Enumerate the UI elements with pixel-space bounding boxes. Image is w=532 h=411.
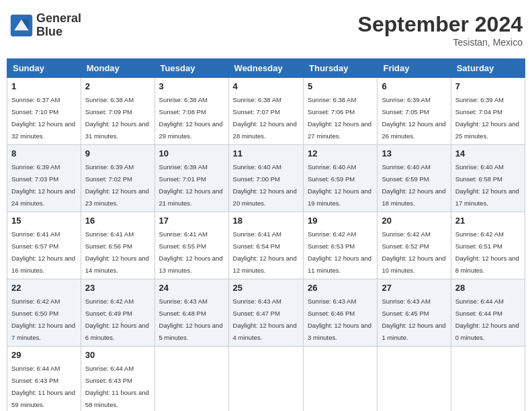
day-info: Sunrise: 6:42 AMSunset: 6:53 PMDaylight:…	[308, 230, 371, 274]
day-info: Sunrise: 6:39 AMSunset: 7:04 PMDaylight:…	[455, 96, 519, 140]
day-number: 5	[308, 81, 373, 91]
day-info: Sunrise: 6:38 AMSunset: 7:08 PMDaylight:…	[159, 96, 223, 140]
calendar-cell: 17 Sunrise: 6:41 AMSunset: 6:55 PMDaylig…	[154, 212, 228, 279]
calendar-table: SundayMondayTuesdayWednesdayThursdayFrid…	[7, 58, 525, 411]
calendar-cell	[154, 347, 228, 412]
day-info: Sunrise: 6:41 AMSunset: 6:55 PMDaylight:…	[159, 230, 223, 274]
calendar-cell: 25 Sunrise: 6:43 AMSunset: 6:47 PMDaylig…	[228, 279, 303, 347]
day-number: 6	[382, 81, 446, 91]
day-info: Sunrise: 6:38 AMSunset: 7:06 PMDaylight:…	[308, 96, 371, 140]
day-info: Sunrise: 6:44 AMSunset: 6:43 PMDaylight:…	[11, 365, 75, 408]
weekday-header: Sunday	[7, 59, 81, 78]
day-number: 7	[455, 81, 521, 91]
day-number: 12	[308, 148, 373, 158]
day-number: 26	[308, 283, 373, 293]
calendar-cell: 7 Sunrise: 6:39 AMSunset: 7:04 PMDayligh…	[451, 78, 525, 145]
day-info: Sunrise: 6:39 AMSunset: 7:05 PMDaylight:…	[382, 96, 445, 140]
day-number: 4	[233, 81, 299, 91]
calendar-cell: 21 Sunrise: 6:42 AMSunset: 6:51 PMDaylig…	[451, 212, 525, 279]
calendar-cell: 27 Sunrise: 6:43 AMSunset: 6:45 PMDaylig…	[378, 279, 451, 347]
day-info: Sunrise: 6:41 AMSunset: 6:56 PMDaylight:…	[85, 230, 149, 274]
day-number: 10	[159, 148, 224, 158]
day-info: Sunrise: 6:38 AMSunset: 7:09 PMDaylight:…	[85, 96, 149, 140]
day-number: 8	[11, 148, 77, 158]
day-info: Sunrise: 6:44 AMSunset: 6:44 PMDaylight:…	[455, 298, 519, 341]
day-info: Sunrise: 6:38 AMSunset: 7:07 PMDaylight:…	[233, 96, 297, 140]
logo-text: General Blue	[36, 12, 81, 39]
calendar-cell: 19 Sunrise: 6:42 AMSunset: 6:53 PMDaylig…	[304, 212, 378, 279]
day-info: Sunrise: 6:41 AMSunset: 6:54 PMDaylight:…	[233, 230, 297, 274]
calendar-cell	[228, 347, 303, 412]
calendar-week-row: 1 Sunrise: 6:37 AMSunset: 7:10 PMDayligh…	[7, 78, 525, 145]
calendar-cell: 8 Sunrise: 6:39 AMSunset: 7:03 PMDayligh…	[7, 145, 81, 212]
weekday-header: Friday	[378, 59, 451, 78]
calendar-cell: 24 Sunrise: 6:43 AMSunset: 6:48 PMDaylig…	[154, 279, 228, 347]
day-info: Sunrise: 6:42 AMSunset: 6:52 PMDaylight:…	[382, 230, 445, 274]
calendar-cell: 6 Sunrise: 6:39 AMSunset: 7:05 PMDayligh…	[378, 78, 451, 145]
calendar-cell: 29 Sunrise: 6:44 AMSunset: 6:43 PMDaylig…	[7, 347, 81, 412]
calendar-cell: 30 Sunrise: 6:44 AMSunset: 6:43 PMDaylig…	[81, 347, 154, 412]
title-block: September 2024 Tesistan, Mexico	[358, 12, 523, 48]
calendar-week-row: 15 Sunrise: 6:41 AMSunset: 6:57 PMDaylig…	[7, 212, 525, 279]
calendar-cell: 2 Sunrise: 6:38 AMSunset: 7:09 PMDayligh…	[81, 78, 154, 145]
calendar-cell	[451, 347, 525, 412]
day-info: Sunrise: 6:42 AMSunset: 6:50 PMDaylight:…	[11, 298, 75, 341]
day-info: Sunrise: 6:43 AMSunset: 6:46 PMDaylight:…	[308, 298, 371, 341]
day-number: 21	[455, 216, 521, 226]
day-info: Sunrise: 6:43 AMSunset: 6:45 PMDaylight:…	[382, 298, 445, 341]
day-info: Sunrise: 6:44 AMSunset: 6:43 PMDaylight:…	[85, 365, 149, 408]
calendar-cell: 4 Sunrise: 6:38 AMSunset: 7:07 PMDayligh…	[228, 78, 303, 145]
calendar-cell: 11 Sunrise: 6:40 AMSunset: 7:00 PMDaylig…	[228, 145, 303, 212]
location: Tesistan, Mexico	[358, 37, 523, 48]
day-info: Sunrise: 6:40 AMSunset: 6:59 PMDaylight:…	[382, 163, 445, 207]
weekday-header: Saturday	[451, 59, 525, 78]
day-number: 19	[308, 216, 373, 226]
calendar-cell: 9 Sunrise: 6:39 AMSunset: 7:02 PMDayligh…	[81, 145, 154, 212]
logo-icon	[9, 13, 34, 38]
calendar-cell: 18 Sunrise: 6:41 AMSunset: 6:54 PMDaylig…	[228, 212, 303, 279]
calendar-cell: 14 Sunrise: 6:40 AMSunset: 6:58 PMDaylig…	[451, 145, 525, 212]
day-info: Sunrise: 6:39 AMSunset: 7:03 PMDaylight:…	[11, 163, 75, 207]
calendar-cell	[304, 347, 378, 412]
day-number: 23	[85, 283, 150, 293]
weekday-header: Wednesday	[228, 59, 303, 78]
day-number: 14	[455, 148, 521, 158]
month-title: September 2024	[358, 12, 523, 37]
day-number: 16	[85, 216, 150, 226]
day-info: Sunrise: 6:41 AMSunset: 6:57 PMDaylight:…	[11, 230, 75, 274]
day-number: 25	[233, 283, 299, 293]
day-number: 15	[11, 216, 77, 226]
day-number: 27	[382, 283, 446, 293]
calendar-cell: 5 Sunrise: 6:38 AMSunset: 7:06 PMDayligh…	[304, 78, 378, 145]
day-number: 24	[159, 283, 224, 293]
calendar-cell: 13 Sunrise: 6:40 AMSunset: 6:59 PMDaylig…	[378, 145, 451, 212]
calendar-cell: 23 Sunrise: 6:42 AMSunset: 6:49 PMDaylig…	[81, 279, 154, 347]
day-info: Sunrise: 6:39 AMSunset: 7:02 PMDaylight:…	[85, 163, 149, 207]
calendar-week-row: 29 Sunrise: 6:44 AMSunset: 6:43 PMDaylig…	[7, 347, 525, 412]
day-info: Sunrise: 6:43 AMSunset: 6:48 PMDaylight:…	[159, 298, 223, 341]
calendar-cell: 28 Sunrise: 6:44 AMSunset: 6:44 PMDaylig…	[451, 279, 525, 347]
day-number: 20	[382, 216, 446, 226]
calendar-header-row: SundayMondayTuesdayWednesdayThursdayFrid…	[7, 59, 525, 78]
day-number: 3	[159, 81, 224, 91]
day-number: 29	[11, 350, 77, 360]
day-number: 18	[233, 216, 299, 226]
calendar-cell: 3 Sunrise: 6:38 AMSunset: 7:08 PMDayligh…	[154, 78, 228, 145]
calendar-cell: 10 Sunrise: 6:39 AMSunset: 7:01 PMDaylig…	[154, 145, 228, 212]
logo: General Blue	[9, 12, 81, 39]
calendar-cell	[378, 347, 451, 412]
calendar-week-row: 22 Sunrise: 6:42 AMSunset: 6:50 PMDaylig…	[7, 279, 525, 347]
day-number: 2	[85, 81, 150, 91]
calendar-cell: 26 Sunrise: 6:43 AMSunset: 6:46 PMDaylig…	[304, 279, 378, 347]
day-number: 22	[11, 283, 77, 293]
day-number: 28	[455, 283, 521, 293]
day-number: 13	[382, 148, 446, 158]
calendar-cell: 16 Sunrise: 6:41 AMSunset: 6:56 PMDaylig…	[81, 212, 154, 279]
day-info: Sunrise: 6:40 AMSunset: 6:58 PMDaylight:…	[455, 163, 519, 207]
calendar-cell: 15 Sunrise: 6:41 AMSunset: 6:57 PMDaylig…	[7, 212, 81, 279]
day-number: 1	[11, 81, 77, 91]
day-info: Sunrise: 6:42 AMSunset: 6:49 PMDaylight:…	[85, 298, 149, 341]
day-info: Sunrise: 6:43 AMSunset: 6:47 PMDaylight:…	[233, 298, 297, 341]
day-number: 11	[233, 148, 299, 158]
calendar-week-row: 8 Sunrise: 6:39 AMSunset: 7:03 PMDayligh…	[7, 145, 525, 212]
